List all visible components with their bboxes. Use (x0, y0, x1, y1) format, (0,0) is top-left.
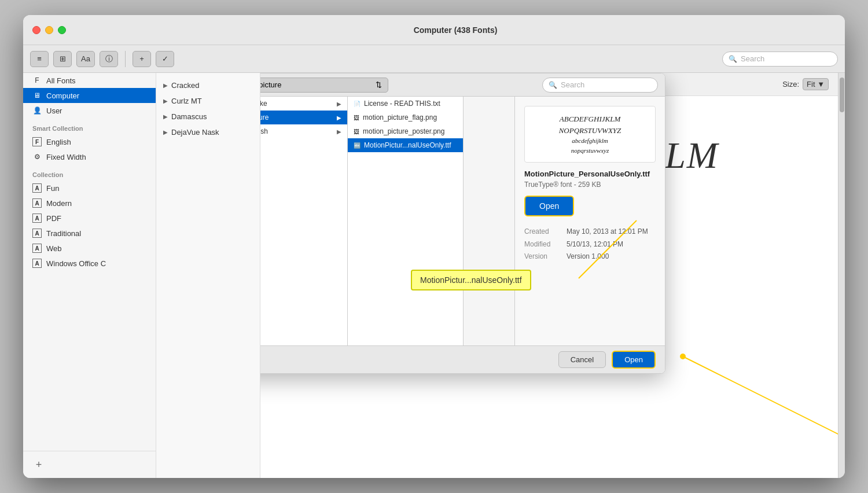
size-label: Size: (782, 80, 799, 89)
sidebar-item-fixed-width[interactable]: ⚙ Fixed Width (23, 149, 156, 164)
font-list-item-curlz[interactable]: ▶ Curlz MT (156, 93, 260, 109)
sidebar-item-windows-office[interactable]: A Windows Office C (23, 256, 156, 271)
grid-view-btn[interactable]: ⊞ (53, 51, 72, 67)
col2-item-poster[interactable]: 🖼 motion_picture_poster.png (348, 124, 463, 138)
close-button[interactable] (32, 26, 41, 34)
preview-area: Size: Fit ▼ Cochin Italic ABCDEEFGHIJKLM… (260, 73, 838, 478)
filename-bubble-text: MotionPictur...nalUseOnly.ttf (420, 275, 522, 285)
computer-icon: 🖥 (32, 91, 42, 100)
add-collection-btn[interactable]: + (32, 458, 45, 471)
fun-label: Fun (46, 184, 59, 193)
scrollbar[interactable] (838, 73, 845, 478)
font-list-item-cracked[interactable]: ▶ Cracked (156, 78, 260, 93)
sidebar-item-web[interactable]: A Web (23, 241, 156, 256)
font-preview-box: ABCDEFGHIJKLM NOPQRSTUVWXYZ abcdefghijkl… (524, 106, 656, 163)
add-font-btn[interactable]: + (133, 51, 151, 67)
english-icon: F (32, 137, 42, 146)
sidebar-item-user[interactable]: 👤 User (23, 103, 156, 118)
user-label: User (46, 106, 62, 115)
smart-collection-header: Smart Collection (23, 118, 156, 134)
windows-office-icon: A (32, 259, 42, 268)
filename-bubble: MotionPictur...nalUseOnly.ttf (411, 270, 531, 290)
check-icon: ✓ (162, 54, 168, 63)
pdf-icon: A (32, 214, 42, 223)
damascus-arrow: ▶ (163, 113, 168, 120)
info-btn[interactable]: ⓘ (100, 51, 118, 67)
file-search-placeholder: Search (561, 80, 584, 89)
file-search-icon: 🔍 (549, 81, 557, 89)
col2-item-ttf[interactable]: 🔤 MotionPictur...nalUseOnly.ttf (348, 138, 463, 152)
maximize-button[interactable] (58, 26, 66, 34)
title-bar: Computer (438 Fonts) (23, 15, 845, 45)
minimize-button[interactable] (45, 26, 53, 34)
ter-quake-arrow: ▶ (337, 101, 341, 107)
computer-label: Computer (46, 91, 79, 100)
cracked-arrow: ▶ (163, 82, 168, 89)
created-value: May 10, 2013 at 12:01 PM (567, 226, 648, 238)
sidebar-item-all-fonts[interactable]: F All Fonts (23, 73, 156, 88)
plus-icon: + (139, 54, 144, 63)
open-btn[interactable]: Open (612, 351, 656, 369)
motion-picture-label: on-picture (260, 113, 269, 122)
sidebar-item-fun[interactable]: A Fun (23, 181, 156, 196)
sidebar-item-pdf[interactable]: A PDF (23, 211, 156, 226)
fun-icon: A (32, 183, 42, 193)
poster-label: motion_picture_poster.png (363, 127, 444, 135)
detail-filename: MotionPicture_PersonalUseOnly.ttf (524, 170, 656, 178)
toolbar: ≡ ⊞ Aa ⓘ + ✓ 🔍 Search (23, 45, 845, 73)
col1-item-ter-quake[interactable]: ter-quake ▶ (260, 97, 347, 111)
file-meta: Created May 10, 2013 at 12:01 PM Modifie… (524, 226, 656, 263)
version-label: Version (524, 251, 562, 263)
file-browser-search[interactable]: 🔍 Search (542, 78, 658, 93)
traffic-lights (32, 26, 66, 34)
file-browser-footer: Cancel Open (260, 345, 665, 373)
collection-header: Collection (23, 164, 156, 181)
web-icon: A (32, 244, 42, 253)
windows-office-label: Windows Office C (46, 259, 106, 268)
font-list-item-dejavu[interactable]: ▶ DejaVue Nask (156, 124, 260, 140)
web-label: Web (46, 244, 62, 253)
damascus-label: Damascus (171, 112, 207, 121)
all-fonts-label: All Fonts (46, 76, 76, 85)
modified-value: 5/10/13, 12:01 PM (567, 238, 623, 251)
dejavu-label: DejaVue Nask (171, 128, 219, 137)
traditional-label: Traditional (46, 229, 81, 238)
sidebar-item-traditional[interactable]: A Traditional (23, 226, 156, 241)
cancel-btn[interactable]: Cancel (558, 351, 606, 368)
toolbar-search[interactable]: 🔍 Search (722, 51, 838, 67)
main-window: Computer (438 Fonts) ≡ ⊞ Aa ⓘ + ✓ 🔍 Sear… (23, 15, 845, 478)
font-list-item-damascus[interactable]: ▶ Damascus (156, 109, 260, 124)
traditional-icon: A (32, 229, 42, 238)
sidebar-item-modern[interactable]: A Modern (23, 196, 156, 211)
fixed-width-icon: ⚙ (32, 152, 42, 161)
file-browser-header: ‹ › ⊞ ▼ 📁 📁 motion-picture (260, 73, 665, 97)
dejavu-arrow: ▶ (163, 129, 168, 135)
preview-line-4: nopqrstuvwxyz (532, 146, 648, 156)
sidebar-footer: + (23, 451, 156, 478)
version-value: Version 1.000 (567, 251, 609, 263)
font-list: ▶ Cracked ▶ Curlz MT ▶ Damascus ▶ DejaVu… (156, 73, 260, 478)
col1-item-motion-picture[interactable]: on-picture ▶ (260, 111, 347, 124)
cracked-label: Cracked (171, 81, 199, 90)
size-dropdown[interactable]: Fit ▼ (803, 78, 829, 90)
col2-item-flag[interactable]: 🖼 motion_picture_flag.png (348, 111, 463, 124)
sidebar-item-computer[interactable]: 🖥 Computer (23, 88, 156, 103)
breadcrumb-dropdown[interactable]: 📁 motion-picture ⇅ (260, 78, 388, 93)
grid-view-icon: ⊞ (60, 54, 66, 63)
ttf-icon: 🔤 (354, 142, 361, 149)
search-placeholder: Search (741, 54, 764, 63)
created-row: Created May 10, 2013 at 12:01 PM (524, 226, 656, 238)
sidebar-item-english[interactable]: F English (23, 134, 156, 149)
created-label: Created (524, 226, 562, 238)
col2-item-license[interactable]: 📄 License - READ THIS.txt (348, 97, 463, 111)
detail-open-btn[interactable]: Open (524, 196, 574, 216)
col1-item-low-brush[interactable]: low-brush ▶ (260, 124, 347, 138)
modified-row: Modified 5/10/13, 12:01 PM (524, 238, 656, 251)
scrollbar-thumb[interactable] (840, 78, 844, 112)
list-view-btn[interactable]: ≡ (30, 51, 49, 67)
validate-btn[interactable]: ✓ (156, 51, 174, 67)
dropdown-arrow-icon: ▼ (817, 80, 825, 89)
size-control: Size: Fit ▼ (782, 78, 829, 90)
version-row: Version Version 1.000 (524, 251, 656, 263)
font-preview-btn[interactable]: Aa (76, 51, 95, 67)
